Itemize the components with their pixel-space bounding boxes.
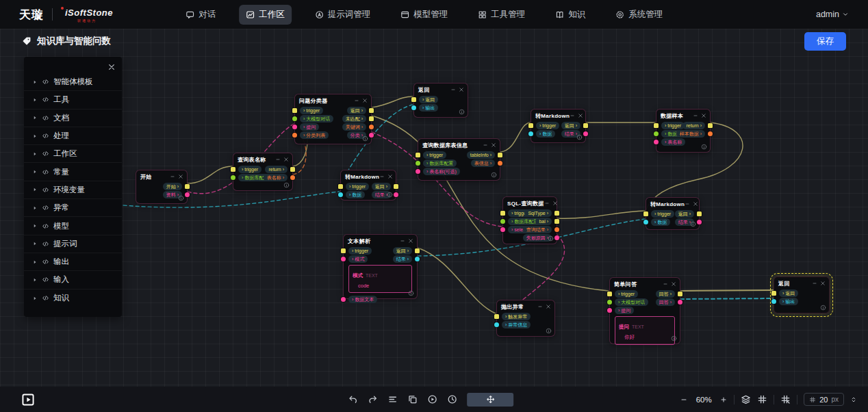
- input-port[interactable]: › 表名称(可选): [423, 167, 460, 175]
- port-dot[interactable]: [185, 192, 190, 197]
- output-port[interactable]: 样本数据 ›: [676, 129, 705, 138]
- port-dot[interactable]: [292, 116, 297, 121]
- output-port[interactable]: SqlType ›: [524, 209, 552, 217]
- input-port[interactable]: › 返回: [419, 95, 438, 103]
- node-simple-qa[interactable]: 简单问答› trigger› 大模型对话› 提问提问TEXT你好回答 ›回答 ›: [609, 277, 680, 344]
- zoom-in-button[interactable]: [719, 396, 728, 404]
- info-icon[interactable]: [671, 335, 677, 342]
- minimize-icon[interactable]: [275, 157, 281, 162]
- node-field[interactable]: 提问TEXT你好: [615, 316, 675, 345]
- close-icon[interactable]: [546, 304, 551, 309]
- minimize-icon[interactable]: [685, 201, 690, 207]
- palette-item[interactable]: 工作区: [24, 145, 122, 163]
- run-button[interactable]: [21, 392, 36, 407]
- minimize-icon[interactable]: [170, 174, 175, 179]
- port-dot[interactable]: [643, 211, 648, 216]
- port-dot[interactable]: [369, 133, 374, 138]
- port-dot[interactable]: [654, 131, 659, 136]
- port-dot[interactable]: [697, 220, 702, 224]
- info-icon[interactable]: [690, 221, 696, 227]
- input-port[interactable]: › 数据文本: [348, 295, 377, 303]
- info-icon[interactable]: [178, 195, 184, 201]
- input-port[interactable]: › 表名称: [661, 138, 685, 146]
- output-port[interactable]: 结果 ›: [393, 255, 412, 263]
- port-dot[interactable]: [607, 300, 612, 305]
- close-icon[interactable]: [820, 281, 826, 286]
- palette-item[interactable]: 智能体模板: [24, 73, 122, 91]
- port-dot[interactable]: [708, 131, 713, 136]
- input-port[interactable]: › 异常信息: [502, 320, 531, 329]
- port-dot[interactable]: [554, 211, 559, 216]
- port-dot[interactable]: [583, 131, 588, 136]
- nav-item-knowledge[interactable]: 知识: [548, 5, 592, 25]
- snap-grid-button[interactable]: [780, 394, 791, 404]
- minimize-icon[interactable]: [400, 238, 405, 244]
- palette-item[interactable]: 提示词: [24, 235, 122, 253]
- input-port[interactable]: › 数据: [651, 218, 670, 226]
- node-data-sample[interactable]: 数据样本› trigger› 数据库配置› 表名称return ›样本数据 ›: [656, 109, 711, 153]
- node-return-selected[interactable]: 返回› 返回› 输出: [774, 276, 830, 313]
- redo-button[interactable]: [368, 394, 378, 404]
- port-dot[interactable]: [607, 292, 612, 296]
- minimize-icon[interactable]: [544, 201, 550, 206]
- port-dot[interactable]: [338, 192, 343, 197]
- input-port[interactable]: › 分类列表: [300, 131, 329, 139]
- port-dot[interactable]: [415, 248, 420, 253]
- output-port[interactable]: 开始 ›: [163, 182, 182, 190]
- node-query-table-info[interactable]: 查询数据库表信息› trigger› 数据库配置› 表名称(可选)tableIn…: [418, 138, 500, 181]
- info-icon[interactable]: [283, 182, 290, 188]
- minimize-icon[interactable]: [354, 98, 359, 103]
- node-question-classifier[interactable]: 问题分类器› trigger› 大模型对话› 提问› 分类列表返回 ›未匹配 ›…: [294, 94, 372, 144]
- info-icon[interactable]: [387, 192, 393, 198]
- palette-item[interactable]: 环境变量: [24, 181, 122, 199]
- node-query-table-names[interactable]: 查询表名称› trigger› 数据库配置return ›表名称 ›: [233, 153, 293, 191]
- input-port[interactable]: › 提问: [615, 306, 634, 314]
- close-icon[interactable]: [283, 157, 289, 162]
- output-port[interactable]: bal ›: [535, 217, 552, 225]
- node-return-top[interactable]: 返回› 返回› 输出: [413, 83, 468, 118]
- nav-item-chat[interactable]: 对话: [179, 5, 222, 25]
- input-port[interactable]: › 模式: [348, 255, 368, 263]
- input-port[interactable]: › trigger: [348, 246, 372, 255]
- port-dot[interactable]: [292, 108, 297, 113]
- port-dot[interactable]: [341, 297, 346, 302]
- output-port[interactable]: 返回 ›: [561, 121, 580, 129]
- palette-item[interactable]: 处理: [24, 127, 122, 145]
- port-dot[interactable]: [394, 192, 398, 197]
- port-dot[interactable]: [415, 257, 420, 261]
- minimize-icon[interactable]: [812, 281, 817, 286]
- play-button[interactable]: [427, 394, 437, 404]
- input-port[interactable]: › 数据: [536, 129, 555, 138]
- port-dot[interactable]: [369, 108, 374, 113]
- input-port[interactable]: › 数据库配置: [423, 159, 457, 167]
- history-button[interactable]: [447, 394, 457, 404]
- input-port[interactable]: › 输出: [419, 103, 438, 112]
- port-dot[interactable]: [411, 105, 416, 110]
- info-icon[interactable]: [459, 109, 465, 115]
- port-dot[interactable]: [500, 219, 505, 224]
- minimize-icon[interactable]: [537, 304, 543, 309]
- zoom-out-button[interactable]: [680, 396, 688, 404]
- info-icon[interactable]: [491, 172, 497, 178]
- port-dot[interactable]: [771, 291, 776, 296]
- close-icon[interactable]: [408, 238, 413, 244]
- input-port[interactable]: › 输出: [779, 297, 798, 305]
- palette-item[interactable]: 文档: [24, 110, 122, 127]
- port-dot[interactable]: [654, 123, 659, 128]
- palette-item[interactable]: 模型: [24, 217, 122, 235]
- port-dot[interactable]: [292, 133, 297, 138]
- port-dot[interactable]: [554, 219, 559, 224]
- port-dot[interactable]: [554, 227, 559, 232]
- port-dot[interactable]: [185, 184, 190, 189]
- node-to-markdown-1[interactable]: 转Markdown› trigger› 数据返回 ›结果 ›: [340, 170, 396, 201]
- layers-button[interactable]: [741, 394, 751, 404]
- input-port[interactable]: › 返回: [779, 289, 798, 297]
- input-port[interactable]: › trigger: [536, 121, 559, 129]
- nav-item-model[interactable]: 模型管理: [394, 5, 455, 25]
- close-icon[interactable]: [362, 98, 368, 103]
- palette-item[interactable]: 输出: [24, 253, 122, 271]
- port-dot[interactable]: [498, 153, 502, 157]
- port-dot[interactable]: [498, 161, 502, 166]
- output-port[interactable]: 回答 ›: [656, 298, 675, 306]
- node-text-parse[interactable]: 文本解析› trigger› 模式模式TEXTcode› 数据文本返回 ›结果 …: [343, 234, 418, 299]
